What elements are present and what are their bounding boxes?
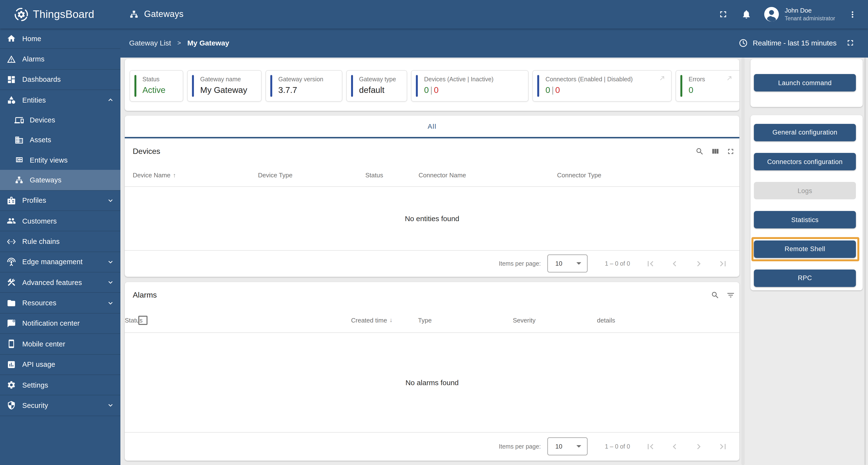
main-scrollbar[interactable] <box>741 57 744 465</box>
sidebar-item-label: Profiles <box>22 197 46 204</box>
stat-label: Devices (Active | Inactive) <box>424 76 528 83</box>
sidebar-item-edge-management[interactable]: Edge management <box>0 252 120 272</box>
sidebar-item-profiles[interactable]: Profiles <box>0 190 120 211</box>
stat-value: My Gateway <box>200 85 261 95</box>
alarms-widget-title: Alarms <box>133 291 157 299</box>
dashboard-fullscreen-icon[interactable] <box>846 38 855 48</box>
first-page-icon[interactable] <box>645 258 656 269</box>
stat-accent-bar <box>680 75 682 97</box>
rpc-button[interactable]: RPC <box>754 269 856 287</box>
sidebar-item-mobile-center[interactable]: Mobile center <box>0 333 120 354</box>
thingsboard-logo[interactable]: ThingsBoard <box>14 7 94 22</box>
launch-command-button[interactable]: Launch command <box>754 74 856 91</box>
sidebar-item-label: Entity views <box>30 156 68 164</box>
sidebar-item-label: API usage <box>22 360 55 368</box>
column-header-details[interactable]: details <box>597 317 615 324</box>
stat-value: 0|0 <box>424 85 528 95</box>
more-menu-icon[interactable] <box>848 9 857 19</box>
devices-widget-card: All Devices Device Name↑Device TypeStatu… <box>125 116 739 277</box>
breadcrumb-parent-link[interactable]: Gateway List <box>129 39 171 47</box>
search-icon[interactable] <box>709 289 721 301</box>
gateway-actions-card: General configurationConnectors configur… <box>750 115 863 290</box>
column-header-connector-name[interactable]: Connector Name <box>418 172 466 179</box>
stat-card-devices-active-inactive: Devices (Active | Inactive)0|0 <box>411 70 529 101</box>
stat-accent-bar <box>537 75 539 97</box>
sidebar-item-resources[interactable]: Resources <box>0 292 120 313</box>
right-panel-scrollbar[interactable] <box>864 57 866 465</box>
antenna-icon <box>7 257 16 267</box>
breadcrumb: Gateway List > My Gateway <box>129 29 229 57</box>
sidebar-item-alarms[interactable]: Alarms <box>0 49 120 69</box>
next-page-icon[interactable] <box>693 258 705 269</box>
sidebar-item-assets[interactable]: Assets <box>0 130 120 150</box>
sidebar-item-label: Devices <box>30 116 55 124</box>
stat-value: 0 <box>689 85 739 95</box>
column-header-device-name[interactable]: Device Name↑ <box>133 172 176 179</box>
sidebar: HomeAlarmsDashboardsEntitiesDevicesAsset… <box>0 29 120 465</box>
home-icon <box>7 34 16 43</box>
page-size-select[interactable]: 10 <box>548 437 588 455</box>
category-icon <box>7 95 16 105</box>
fullscreen-icon[interactable] <box>718 9 728 19</box>
clock-icon <box>738 38 748 48</box>
sidebar-item-home[interactable]: Home <box>0 29 120 49</box>
sidebar-item-rule-chains[interactable]: Rule chains <box>0 231 120 252</box>
sidebar-item-gateways[interactable]: Gateways <box>0 170 120 190</box>
sidebar-item-settings[interactable]: Settings <box>0 375 120 395</box>
construction-icon <box>7 278 16 287</box>
sidebar-item-dashboards[interactable]: Dashboards <box>0 69 120 89</box>
column-header-severity[interactable]: Severity <box>513 317 535 324</box>
next-page-icon[interactable] <box>693 441 705 452</box>
open-link-icon[interactable] <box>659 75 665 81</box>
chevron-down-icon <box>106 299 114 307</box>
prev-page-icon[interactable] <box>669 441 680 452</box>
column-header-device-type[interactable]: Device Type <box>258 172 292 179</box>
timewindow-button[interactable]: Realtime - last 15 minutes <box>753 39 837 47</box>
stat-label: Connectors (Enabled | Disabled) <box>546 76 671 83</box>
statistics-button[interactable]: Statistics <box>754 211 856 228</box>
filter-icon[interactable] <box>725 289 737 301</box>
breadcrumb-current: My Gateway <box>187 39 229 47</box>
column-header-created-time[interactable]: Created time↓ <box>351 317 393 324</box>
open-link-icon[interactable] <box>726 75 733 81</box>
columns-icon[interactable] <box>709 145 721 157</box>
sidebar-item-label: Assets <box>30 136 51 144</box>
sidebar-item-entities[interactable]: Entities <box>0 89 120 110</box>
devices-icon <box>14 115 24 125</box>
last-page-icon[interactable] <box>717 441 729 452</box>
sidebar-item-entity-views[interactable]: Entity views <box>0 150 120 170</box>
notifications-bell-icon[interactable] <box>741 9 751 19</box>
sidebar-item-notification-center[interactable]: Notification center <box>0 313 120 333</box>
sidebar-item-security[interactable]: Security <box>0 395 120 416</box>
tab-all[interactable]: All <box>428 122 437 130</box>
alarms-widget-card: Alarms Created time↓TypeSeveritydetailsS… <box>125 282 739 460</box>
last-page-icon[interactable] <box>717 258 729 269</box>
general-configuration-button[interactable]: General configuration <box>754 124 856 141</box>
widget-fullscreen-icon[interactable] <box>725 145 737 157</box>
column-header-connector-type[interactable]: Connector Type <box>557 172 601 179</box>
user-info[interactable]: John Doe Tenant administrator <box>785 6 835 22</box>
folder-icon <box>7 298 16 308</box>
sidebar-item-customers[interactable]: Customers <box>0 210 120 231</box>
lan-icon <box>14 175 24 184</box>
column-header-status[interactable]: Status <box>365 172 383 179</box>
search-icon[interactable] <box>694 145 706 157</box>
remote-shell-button[interactable]: Remote Shell <box>754 240 856 258</box>
column-header-status[interactable]: Status <box>125 317 143 324</box>
stat-value: Active <box>143 85 183 95</box>
sidebar-item-advanced-features[interactable]: Advanced features <box>0 272 120 292</box>
chevron-down-icon <box>106 197 114 205</box>
page-size-select[interactable]: 10 <box>548 255 588 272</box>
sidebar-item-label: Settings <box>22 381 48 389</box>
stat-card-connectors-enabled-disabled: Connectors (Enabled | Disabled)0|0 <box>532 70 672 101</box>
avatar[interactable] <box>764 6 779 22</box>
connectors-configuration-button[interactable]: Connectors configuration <box>754 153 856 170</box>
column-header-type[interactable]: Type <box>418 317 432 324</box>
chevron-down-icon <box>106 279 114 287</box>
sidebar-item-devices[interactable]: Devices <box>0 110 120 130</box>
first-page-icon[interactable] <box>645 441 656 452</box>
stat-label: Gateway version <box>278 76 342 83</box>
prev-page-icon[interactable] <box>669 258 680 269</box>
badge-icon <box>7 196 16 205</box>
sidebar-item-api-usage[interactable]: API usage <box>0 354 120 375</box>
